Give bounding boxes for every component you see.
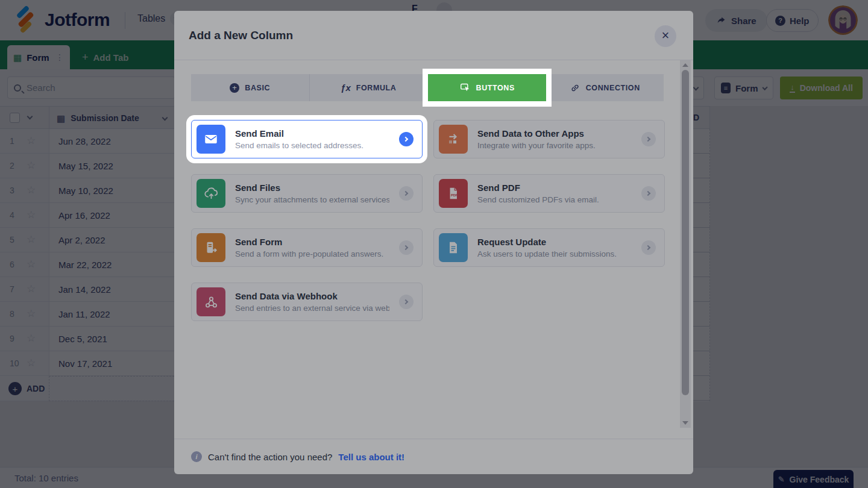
tutorial-dim-overlay xyxy=(0,0,868,488)
card-description: Send emails to selected addresses. xyxy=(235,141,389,150)
button-cursor-icon xyxy=(459,82,471,93)
chevron-right-icon xyxy=(399,132,414,146)
jotform-tables-screen: Jotform Tables F Share ? Help xyxy=(0,0,868,488)
tab-buttons[interactable]: BUTTONS xyxy=(428,74,546,101)
action-card-send-email[interactable]: Send Email Send emails to selected addre… xyxy=(191,120,423,158)
tab-buttons-label: BUTTONS xyxy=(476,84,515,92)
envelope-icon xyxy=(197,125,225,154)
card-title: Send Email xyxy=(235,128,389,139)
